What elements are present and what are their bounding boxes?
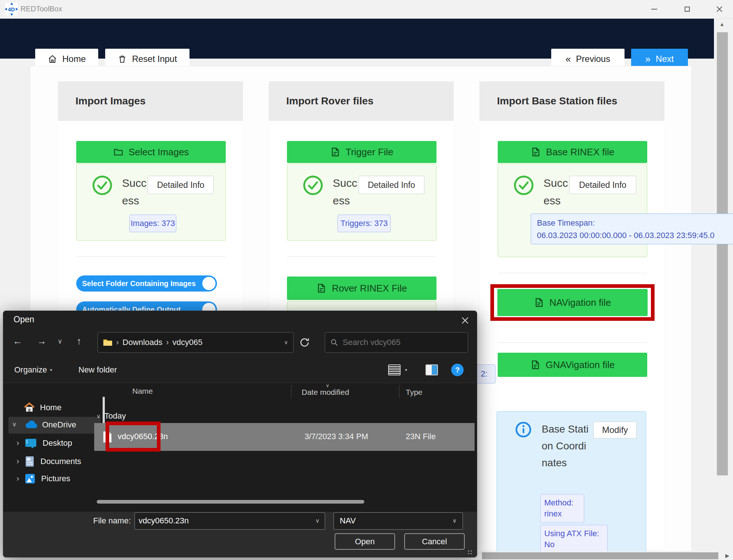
rover-count-badge: Triggers: 373: [338, 215, 391, 232]
sidebar-item-pictures[interactable]: › Pictures: [16, 474, 70, 484]
back-icon[interactable]: ←: [13, 336, 22, 346]
column-header-name[interactable]: Name: [132, 387, 153, 396]
documents-icon: [25, 456, 34, 467]
breadcrumb-subfolder[interactable]: vdcy065: [173, 338, 203, 347]
forward-icon[interactable]: →: [37, 336, 47, 346]
success-check-icon: [513, 175, 534, 196]
sidebar-item-home[interactable]: Home: [24, 403, 62, 413]
horizontal-scrollbar-thumb[interactable]: [482, 552, 718, 559]
atx-badge: Using ATX File: No: [540, 525, 608, 553]
dialog-open-button[interactable]: Open: [335, 533, 395, 550]
trigger-file-button[interactable]: Trigger File: [287, 141, 437, 163]
sidebar-item-desktop[interactable]: › Desktop: [16, 438, 72, 448]
main-toolbar: Home Reset Input « Previous » Next: [0, 19, 714, 59]
scroll-right-icon[interactable]: ▶: [725, 553, 729, 559]
close-icon: [461, 316, 469, 324]
rover-status-text: Success: [333, 174, 359, 209]
rover-detailed-info-label: Detailed Info: [368, 180, 415, 190]
preview-pane-icon[interactable]: [426, 364, 438, 375]
method-badge: Method: rinex: [540, 494, 584, 523]
file-type-dropdown-icon[interactable]: ∨: [452, 517, 457, 524]
gnavigation-file-button[interactable]: GNAVigation file: [498, 353, 647, 377]
import-base-header: Import Base Station files: [479, 81, 664, 121]
file-name-field[interactable]: ∨: [135, 512, 325, 530]
recent-locations-icon[interactable]: ∨: [58, 338, 62, 345]
rover-divider: [287, 256, 437, 257]
base-detailed-info-label: Detailed Info: [579, 180, 626, 190]
breadcrumb-folder[interactable]: Downloads: [122, 338, 162, 347]
close-button[interactable]: [711, 1, 728, 17]
file-annotation-box: [106, 422, 161, 452]
app-window: 4D REDToolBox Home Reset Input «: [0, 0, 733, 560]
sidebar-pictures-label: Pictures: [41, 474, 70, 483]
base-timespan-tooltip: Base Timespan: 06.03.2023 00:00:00.000 -…: [531, 214, 733, 244]
organize-caret-icon: ▾: [50, 367, 52, 372]
search-box[interactable]: [325, 332, 468, 353]
import-images-title: Import Images: [75, 95, 146, 107]
scroll-up-icon[interactable]: ▲: [719, 21, 725, 27]
breadcrumb-separator: ›: [116, 338, 119, 347]
search-icon: [330, 338, 338, 346]
organize-menu[interactable]: Organize ▾: [14, 365, 52, 375]
sidebar-desktop-label: Desktop: [43, 438, 72, 448]
up-icon[interactable]: ↑: [77, 336, 81, 346]
navigation-file-button[interactable]: NAVigation file: [497, 289, 648, 316]
trash-icon: [118, 55, 127, 64]
expand-icon[interactable]: ›: [16, 438, 19, 448]
expand-icon[interactable]: ›: [16, 457, 19, 466]
preview-pane-right: [432, 365, 437, 375]
help-icon[interactable]: ?: [451, 364, 464, 376]
column-separator[interactable]: [399, 385, 399, 398]
sidebar-item-onedrive[interactable]: ∨ OneDrive: [8, 417, 101, 434]
new-folder-label: New folder: [78, 365, 117, 375]
expand-icon[interactable]: ›: [16, 474, 19, 483]
import-rover-header: Import Rover files: [269, 81, 454, 121]
document-icon: [531, 147, 541, 157]
trigger-file-label: Trigger File: [346, 147, 394, 158]
breadcrumb[interactable]: › Downloads › vdcy065 ∨: [97, 332, 294, 353]
new-folder-button[interactable]: New folder: [78, 365, 117, 375]
sort-indicator-icon: ∨: [326, 383, 329, 388]
view-dropdown-icon[interactable]: ▾: [405, 367, 407, 372]
view-list-icon[interactable]: [388, 364, 401, 375]
base-status-text: Success: [544, 174, 570, 209]
base-divider-2: [498, 342, 647, 343]
file-name-input[interactable]: [139, 514, 303, 527]
title-bar: 4D REDToolBox: [0, 0, 733, 19]
file-date-modified: 3/7/2023 3:34 PM: [305, 432, 368, 441]
app-logo-text: 4D: [8, 6, 15, 12]
select-images-button[interactable]: Select Images: [76, 141, 226, 163]
refresh-icon[interactable]: [299, 337, 310, 348]
file-type-select[interactable]: NAV ∨: [334, 512, 463, 530]
rover-rinex-button[interactable]: Rover RINEX File: [287, 277, 437, 300]
close-icon: [716, 6, 723, 12]
organize-label: Organize: [14, 365, 47, 375]
file-list-hscrollbar-thumb[interactable]: [97, 500, 364, 504]
modify-button[interactable]: Modify: [593, 422, 637, 438]
rover-detailed-info-button[interactable]: Detailed Info: [358, 176, 424, 194]
search-input[interactable]: [343, 335, 460, 350]
toggle-select-folder[interactable]: Select Folder Containing Images: [76, 275, 217, 292]
breadcrumb-dropdown-icon[interactable]: ∨: [284, 339, 288, 346]
document-icon: [316, 283, 327, 293]
dialog-cancel-button[interactable]: Cancel: [404, 533, 465, 550]
file-name-dropdown-icon[interactable]: ∨: [315, 517, 320, 524]
group-header-today[interactable]: ∨ Today: [96, 411, 126, 421]
import-base-title: Import Base Station files: [497, 95, 617, 107]
base-rinex-button[interactable]: Base RINEX file: [498, 141, 647, 163]
minimize-button[interactable]: [646, 1, 663, 17]
column-header-date[interactable]: Date modified: [302, 388, 349, 397]
dialog-resize-grip[interactable]: [467, 549, 472, 555]
column-separator[interactable]: [291, 385, 291, 398]
open-file-dialog: Open ← → ∨ ↑ › Downloads › vdcy065 ∨: [3, 311, 477, 557]
home-icon: [24, 403, 35, 413]
collapse-icon[interactable]: ∨: [12, 420, 16, 428]
vertical-scrollbar-thumb[interactable]: [717, 32, 728, 475]
maximize-button[interactable]: [679, 1, 696, 17]
dialog-close-button[interactable]: [456, 313, 474, 328]
sidebar-item-documents[interactable]: › Documents: [16, 456, 81, 467]
column-header-type[interactable]: Type: [406, 388, 423, 397]
base-detailed-info-button[interactable]: Detailed Info: [569, 176, 636, 194]
home-icon: [48, 54, 57, 64]
images-detailed-info-button[interactable]: Detailed Info: [148, 176, 214, 194]
